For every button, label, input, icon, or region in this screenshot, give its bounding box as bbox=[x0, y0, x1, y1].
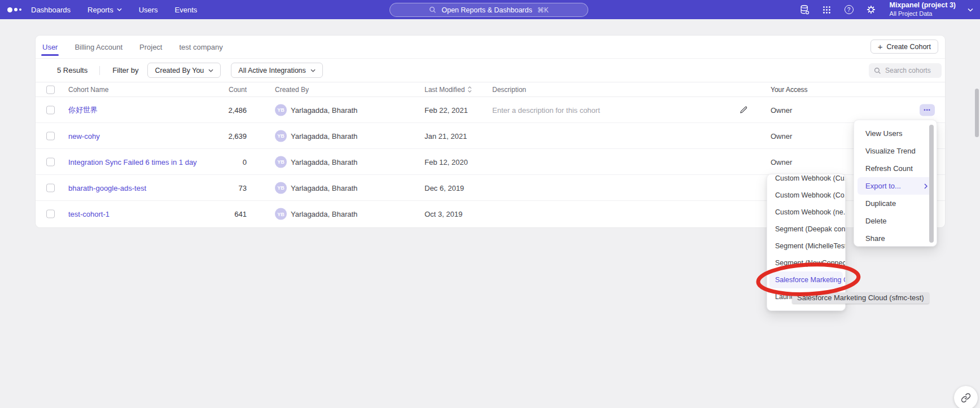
global-search-placeholder: Open Reports & Dashboards bbox=[441, 6, 532, 14]
project-name: Mixpanel (project 3) bbox=[890, 1, 956, 10]
menu-item-delete[interactable]: Delete bbox=[854, 212, 937, 230]
submenu-scrollbar[interactable] bbox=[975, 89, 979, 137]
description-placeholder[interactable]: Enter a description for this cohort bbox=[492, 106, 600, 114]
tab-billing-account[interactable]: Billing Account bbox=[73, 36, 124, 58]
row-actions-menu: View Users Visualize Trend Refresh Count… bbox=[854, 120, 937, 247]
copy-link-button[interactable] bbox=[954, 386, 978, 408]
col-your-access: Your Access bbox=[771, 86, 808, 94]
nav-reports[interactable]: Reports bbox=[88, 6, 122, 14]
menu-scrollbar[interactable] bbox=[929, 125, 934, 243]
cohort-count: 2,639 bbox=[165, 131, 247, 140]
edit-description-pencil-icon[interactable] bbox=[740, 106, 748, 114]
create-cohort-label: Create Cohort bbox=[886, 43, 931, 51]
top-navbar: Dashboards Reports Users Events Open Rep… bbox=[0, 0, 980, 19]
filter-toolbar: 5 Results Filter by Created By You All A… bbox=[36, 58, 945, 82]
sort-icon bbox=[467, 86, 472, 93]
cohort-count: 0 bbox=[165, 157, 247, 166]
last-modified-date: Dec 6, 2019 bbox=[425, 183, 464, 192]
created-by-dropdown[interactable]: Created By You bbox=[147, 63, 221, 78]
cohort-name-link[interactable]: test-cohort-1 bbox=[68, 210, 110, 218]
account-switcher[interactable]: Mixpanel (project 3) All Project Data bbox=[890, 1, 956, 17]
last-modified-date: Feb 22, 2021 bbox=[425, 106, 468, 114]
row-checkbox[interactable] bbox=[46, 131, 55, 140]
row-checkbox[interactable] bbox=[46, 106, 55, 114]
created-by-dropdown-label: Created By You bbox=[155, 67, 204, 74]
col-cohort-name: Cohort Name bbox=[68, 86, 108, 94]
search-cohorts-placeholder: Search cohorts bbox=[885, 67, 931, 74]
nav-reports-label: Reports bbox=[88, 6, 113, 14]
mixpanel-logo-icon[interactable] bbox=[7, 7, 27, 12]
created-by-name: Yarlagadda, Bharath bbox=[291, 183, 357, 192]
menu-item-refresh-count[interactable]: Refresh Count bbox=[854, 160, 937, 177]
help-icon[interactable] bbox=[843, 4, 855, 15]
row-checkbox[interactable] bbox=[46, 183, 55, 192]
menu-item-export-to[interactable]: Export to... bbox=[858, 177, 933, 195]
col-description: Description bbox=[492, 86, 526, 94]
plus-icon bbox=[878, 42, 883, 51]
created-by-name: Yarlagadda, Bharath bbox=[291, 131, 357, 140]
export-option-segment-newconnec[interactable]: Segment (NewConnec... bbox=[767, 255, 845, 271]
cohort-name-link[interactable]: 你好世界 bbox=[68, 105, 98, 115]
global-search-bar[interactable]: Open Reports & Dashboards ⌘K bbox=[390, 3, 588, 17]
menu-item-export-to-label: Export to... bbox=[865, 177, 901, 195]
row-checkbox[interactable] bbox=[46, 157, 55, 166]
cohort-tabs: User Billing Account Project test compan… bbox=[36, 36, 945, 58]
settings-gear-icon[interactable] bbox=[865, 4, 877, 15]
nav-users[interactable]: Users bbox=[139, 6, 158, 14]
access-level: Owner bbox=[771, 131, 792, 140]
menu-item-view-users[interactable]: View Users bbox=[854, 125, 937, 142]
create-cohort-button[interactable]: Create Cohort bbox=[870, 40, 938, 54]
divider bbox=[99, 66, 100, 75]
menu-item-share[interactable]: Share bbox=[854, 230, 937, 247]
menu-item-visualize-trend[interactable]: Visualize Trend bbox=[854, 142, 937, 160]
export-option-salesforce-marketing-cloud[interactable]: Salesforce Marketing C... bbox=[769, 271, 843, 288]
cohort-name-link[interactable]: new-cohy bbox=[68, 131, 100, 140]
apps-grid-icon[interactable] bbox=[821, 4, 833, 15]
access-level: Owner bbox=[771, 106, 792, 114]
cohort-name-link[interactable]: bharath-google-ads-test bbox=[68, 183, 146, 192]
row-checkbox[interactable] bbox=[46, 210, 55, 218]
created-by-name: Yarlagadda, Bharath bbox=[291, 157, 357, 166]
nav-events[interactable]: Events bbox=[175, 6, 198, 14]
integrations-dropdown[interactable]: All Active Integrations bbox=[231, 63, 323, 78]
col-last-modified[interactable]: Last Modified bbox=[425, 86, 472, 94]
results-count: 5 Results bbox=[57, 66, 88, 74]
export-option-segment-michelletest[interactable]: Segment (MichelleTest) bbox=[767, 238, 845, 255]
export-option-segment-deepak[interactable]: Segment (Deepak con... bbox=[767, 221, 845, 238]
tab-project[interactable]: Project bbox=[138, 36, 163, 58]
tab-test-company[interactable]: test company bbox=[178, 36, 224, 58]
chevron-down-icon bbox=[310, 69, 316, 72]
chevron-right-icon bbox=[924, 183, 928, 189]
integrations-dropdown-label: All Active Integrations bbox=[238, 67, 306, 74]
search-icon bbox=[429, 6, 436, 14]
cohort-count: 73 bbox=[165, 183, 247, 192]
col-created-by: Created By bbox=[275, 86, 309, 94]
project-scope: All Project Data bbox=[890, 10, 956, 18]
search-icon bbox=[874, 67, 881, 74]
cohort-count: 641 bbox=[165, 210, 247, 218]
nav-dashboards[interactable]: Dashboards bbox=[31, 6, 71, 14]
avatar: YB bbox=[275, 104, 287, 116]
salesforce-tooltip: Salesforce Marketing Cloud (sfmc-test) bbox=[792, 292, 929, 304]
export-option-custom-webhook-3[interactable]: Custom Webhook (ne... bbox=[767, 204, 845, 221]
select-all-checkbox[interactable] bbox=[46, 85, 55, 94]
col-last-modified-label: Last Modified bbox=[425, 86, 465, 94]
export-option-custom-webhook-2[interactable]: Custom Webhook (Co... bbox=[767, 187, 845, 204]
search-cohorts-input[interactable]: Search cohorts bbox=[869, 63, 942, 78]
filter-by-label: Filter by bbox=[112, 66, 138, 74]
export-option-custom-webhook-1[interactable]: Custom Webhook (Cu... bbox=[767, 174, 845, 187]
search-shortcut-hint: ⌘K bbox=[537, 6, 549, 14]
link-icon bbox=[961, 393, 971, 403]
tab-user[interactable]: User bbox=[41, 36, 59, 58]
chevron-down-icon bbox=[117, 8, 122, 11]
last-modified-date: Feb 12, 2020 bbox=[425, 157, 468, 166]
avatar: YB bbox=[275, 130, 287, 142]
data-management-icon[interactable] bbox=[799, 4, 811, 15]
menu-item-duplicate[interactable]: Duplicate bbox=[854, 195, 937, 212]
export-destinations-menu: Custom Webhook (Cu... Custom Webhook (Co… bbox=[767, 174, 846, 311]
table-row: 你好世界 2,486 YB Yarlagadda, Bharath Feb 22… bbox=[36, 97, 945, 123]
chevron-down-icon bbox=[968, 8, 973, 12]
created-by-name: Yarlagadda, Bharath bbox=[291, 106, 357, 114]
table-header: Cohort Name Count Created By Last Modifi… bbox=[36, 82, 945, 97]
row-actions-button[interactable] bbox=[920, 104, 935, 116]
